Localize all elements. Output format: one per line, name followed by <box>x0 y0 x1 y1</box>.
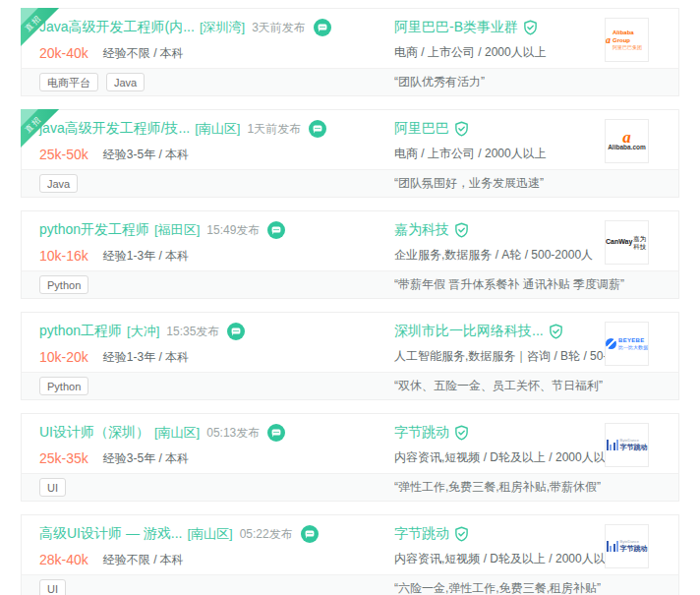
company-logo-text: Alibaba.com <box>608 144 646 151</box>
job-tag: UI <box>39 478 66 497</box>
company-name-link[interactable]: 字节跳动 <box>394 525 449 543</box>
posted-time: 15:49发布 <box>206 222 260 239</box>
job-card[interactable]: python工程师 [大冲] 15:35发布 <box>21 312 679 400</box>
company-logo[interactable]: ByteDance 字节跳动 <box>605 524 649 568</box>
job-card-footer: Java “团队氛围好，业务发展迅速” <box>22 169 678 197</box>
job-title-row: 高级UI设计师 — 游戏... [南山区] 05:22发布 <box>39 524 394 544</box>
company-logo-mark <box>607 541 618 552</box>
job-tag: Java <box>39 174 78 193</box>
chat-icon[interactable] <box>267 221 285 239</box>
company-logo[interactable]: CanWay 嘉为科技 <box>605 220 649 265</box>
job-card[interactable]: python开发工程师 [福田区] 15:49发布 <box>21 210 679 299</box>
company-name-link[interactable]: 深圳市比一比网络科技... <box>394 323 544 340</box>
company-logo-line1: CanWay <box>606 238 632 246</box>
job-card[interactable]: UI设计师（深圳） [南山区] 05:13发布 <box>21 413 679 502</box>
job-salary-row: 10k-20k 经验1-3年 / 本科 <box>39 348 394 366</box>
company-name-link[interactable]: 字节跳动 <box>394 424 449 442</box>
job-title-row: UI设计师（深圳） [南山区] 05:13发布 <box>39 423 394 443</box>
verified-badge-icon <box>523 20 538 35</box>
direct-hire-ribbon: 直招 <box>21 8 62 49</box>
posted-time: 1天前发布 <box>247 121 301 138</box>
job-card-main: java高级开发工程师/技... [南山区] 1天前发布 <box>22 110 678 169</box>
company-logo-line2: 嘉为科技 <box>633 235 648 251</box>
chat-icon[interactable] <box>314 19 331 36</box>
tag-list: Python <box>39 275 394 294</box>
job-card-main: Java高级开发工程师(内... [深圳湾] 3天前发布 <box>22 9 678 68</box>
company-info: 电商 / 上市公司 / 2000人以上 <box>394 146 582 162</box>
tag-list: Java <box>39 174 394 193</box>
company-logo-text: ByteDance 字节跳动 <box>620 540 648 553</box>
chat-icon[interactable] <box>227 323 245 340</box>
company-logo-text: ByteDance 字节跳动 <box>620 439 648 451</box>
verified-badge-icon <box>454 121 469 137</box>
job-title-row: python工程师 [大冲] 15:35发布 <box>39 322 394 341</box>
job-title-link[interactable]: Java高级开发工程师(内... <box>39 19 195 36</box>
company-logo[interactable]: BEYEBE 比一比大数据 <box>605 322 649 366</box>
job-summary: python开发工程师 [福田区] 15:49发布 <box>39 220 394 265</box>
direct-hire-ribbon-label: 直招 <box>21 109 60 150</box>
chat-icon[interactable] <box>267 424 285 442</box>
company-info: 企业服务,数据服务 / A轮 / 500-2000人 <box>394 247 582 264</box>
tag-list: UI <box>39 579 394 595</box>
job-card-main: 高级UI设计师 — 游戏... [南山区] 05:22发布 <box>22 515 678 574</box>
salary-range: 10k-20k <box>39 349 88 365</box>
job-card-main: python开发工程师 [福田区] 15:49发布 <box>22 211 678 270</box>
job-summary: UI设计师（深圳） [南山区] 05:13发布 <box>39 423 394 467</box>
company-logo[interactable]: ByteDance 字节跳动 <box>605 423 649 467</box>
job-summary: python工程师 [大冲] 15:35发布 <box>39 322 394 366</box>
job-requirements: 经验1-3年 / 本科 <box>103 349 189 366</box>
job-requirements: 经验3-5年 / 本科 <box>103 147 189 163</box>
direct-hire-ribbon-label: 直招 <box>21 8 60 49</box>
company-logo-line2: 比一比大数据 <box>618 344 648 350</box>
job-card-footer: Python “双休、五险一金、员工关怀、节日福利” <box>22 372 678 399</box>
job-card[interactable]: 直招 java高级开发工程师/技... [南山区] 1天前发布 <box>21 109 679 198</box>
chat-icon[interactable] <box>309 120 326 138</box>
job-salary-row: 28k-40k 经验不限 / 本科 <box>39 551 394 568</box>
job-location: [南山区] <box>195 120 240 138</box>
company-name-row: 字节跳动 <box>394 524 582 544</box>
posted-time: 05:22发布 <box>240 526 293 543</box>
company-logo-mark: a <box>606 34 611 45</box>
company-info: 内容资讯,短视频 / D轮及以上 / 2000人以上 <box>394 551 582 567</box>
company-name-link[interactable]: 阿里巴巴-B类事业群 <box>394 19 518 36</box>
job-title-link[interactable]: 高级UI设计师 — 游戏... <box>39 525 182 543</box>
job-location: [深圳湾] <box>200 19 245 36</box>
job-requirements: 经验1-3年 / 本科 <box>103 248 189 265</box>
job-title-row: python开发工程师 [福田区] 15:49发布 <box>39 220 394 240</box>
job-title-link[interactable]: python开发工程师 <box>39 221 149 239</box>
job-salary-row: 25k-35k 经验3-5年 / 本科 <box>39 449 394 467</box>
company-logo-text: Alibaba Group 阿里巴巴集团 <box>612 30 648 49</box>
company-logo[interactable]: a Alibaba Group 阿里巴巴集团 <box>605 18 649 62</box>
tag-list: Python <box>39 377 394 395</box>
verified-badge-icon <box>549 324 563 339</box>
chat-icon[interactable] <box>301 525 319 543</box>
company-logo-mark: a <box>622 131 631 144</box>
job-summary: 高级UI设计师 — 游戏... [南山区] 05:22发布 <box>39 524 394 568</box>
job-tag: Java <box>106 73 145 91</box>
company-quote: “团队优秀有活力” <box>394 74 661 90</box>
job-listings-page: 直招 Java高级开发工程师(内... [深圳湾] 3天前发布 <box>0 0 700 595</box>
tag-list: 电商平台Java <box>39 73 394 91</box>
company-info: 内容资讯,短视频 / D轮及以上 / 2000人以上 <box>394 449 582 466</box>
job-card-main: UI设计师（深圳） [南山区] 05:13发布 <box>22 414 678 473</box>
job-title-link[interactable]: python工程师 <box>39 323 122 340</box>
company-quote: “弹性工作,免费三餐,租房补贴,带薪休假” <box>394 479 661 496</box>
job-card[interactable]: 直招 Java高级开发工程师(内... [深圳湾] 3天前发布 <box>21 8 679 96</box>
job-summary: java高级开发工程师/技... [南山区] 1天前发布 <box>39 119 394 163</box>
job-location: [大冲] <box>127 323 159 340</box>
tag-list: UI <box>39 478 394 497</box>
job-list: 直招 Java高级开发工程师(内... [深圳湾] 3天前发布 <box>0 0 700 595</box>
company-name-row: 阿里巴巴 <box>394 119 582 139</box>
company-logo-line2: 字节跳动 <box>620 545 648 553</box>
job-title-link[interactable]: UI设计师（深圳） <box>39 424 149 442</box>
company-logo-text: CanWay 嘉为科技 <box>606 235 648 251</box>
company-logo-line2: 字节跳动 <box>620 444 648 451</box>
company-logo[interactable]: a Alibaba.com <box>605 119 649 163</box>
company-logo-mark <box>606 338 616 349</box>
company-name-link[interactable]: 嘉为科技 <box>394 221 449 239</box>
job-salary-row: 10k-16k 经验1-3年 / 本科 <box>39 247 394 265</box>
job-requirements: 经验3-5年 / 本科 <box>103 450 189 467</box>
job-summary: Java高级开发工程师(内... [深圳湾] 3天前发布 <box>39 18 394 62</box>
job-card[interactable]: 高级UI设计师 — 游戏... [南山区] 05:22发布 <box>21 514 679 595</box>
company-name-link[interactable]: 阿里巴巴 <box>394 120 449 138</box>
